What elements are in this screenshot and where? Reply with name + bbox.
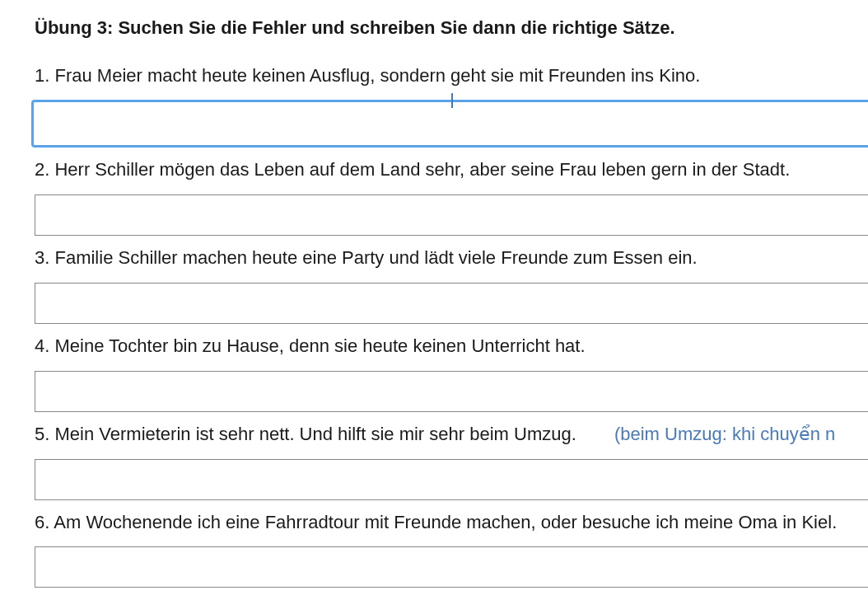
answer-input-4[interactable] — [35, 371, 868, 412]
question-sentence: Am Wochenende ich eine Fahrradtour mit F… — [54, 512, 837, 532]
question-block-2: 2. Herr Schiller mögen das Leben auf dem… — [35, 157, 868, 236]
question-hint: (beim Umzug: khi chuyển n — [614, 424, 835, 444]
question-block-1: 1. Frau Meier macht heute keinen Ausflug… — [35, 63, 868, 148]
question-text: 6. Am Wochenende ich eine Fahrradtour mi… — [35, 510, 868, 536]
cursor-indicator-icon — [451, 93, 453, 108]
question-text: 5. Mein Vermieterin ist sehr nett. Und h… — [35, 422, 868, 448]
question-sentence: Mein Vermieterin ist sehr nett. Und hilf… — [54, 424, 576, 444]
question-text: 4. Meine Tochter bin zu Hause, denn sie … — [35, 334, 868, 359]
question-text: 3. Familie Schiller machen heute eine Pa… — [35, 246, 868, 271]
exercise-title: Übung 3: Suchen Sie die Fehler und schre… — [35, 16, 868, 40]
question-block-6: 6. Am Wochenende ich eine Fahrradtour mi… — [35, 510, 868, 588]
question-number: 1. — [35, 65, 49, 86]
question-sentence: Familie Schiller machen heute eine Party… — [54, 247, 697, 268]
answer-input-2[interactable] — [35, 195, 868, 236]
question-sentence: Frau Meier macht heute keinen Ausflug, s… — [54, 65, 700, 86]
answer-input-5[interactable] — [35, 459, 868, 500]
question-text: 1. Frau Meier macht heute keinen Ausflug… — [35, 63, 868, 89]
question-number: 5. — [35, 424, 49, 444]
question-text: 2. Herr Schiller mögen das Leben auf dem… — [35, 157, 868, 183]
question-number: 2. — [35, 159, 49, 180]
question-number: 3. — [35, 247, 49, 268]
question-block-5: 5. Mein Vermieterin ist sehr nett. Und h… — [35, 422, 868, 500]
question-sentence: Herr Schiller mögen das Leben auf dem La… — [54, 159, 790, 180]
answer-input-1[interactable] — [31, 100, 868, 148]
question-sentence: Meine Tochter bin zu Hause, denn sie heu… — [54, 335, 585, 356]
question-number: 6. — [35, 512, 49, 532]
question-block-4: 4. Meine Tochter bin zu Hause, denn sie … — [35, 334, 868, 412]
answer-input-6[interactable] — [35, 546, 868, 588]
question-number: 4. — [35, 335, 49, 356]
question-block-3: 3. Familie Schiller machen heute eine Pa… — [35, 246, 868, 324]
answer-input-3[interactable] — [35, 283, 868, 324]
